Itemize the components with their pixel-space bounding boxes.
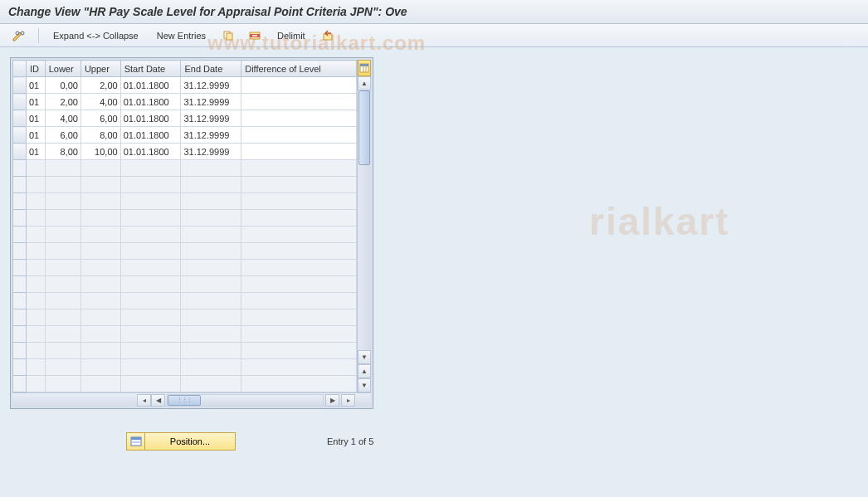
cell-id[interactable]: 01 [26,110,45,127]
table-row-empty[interactable] [13,193,357,210]
row-selector[interactable] [13,160,27,177]
cell-start[interactable]: 01.01.1800 [120,144,181,160]
expand-collapse-button[interactable]: Expand <-> Collapse [46,27,146,44]
cell-empty[interactable] [45,193,80,210]
cell-empty[interactable] [80,376,120,392]
row-selector[interactable] [13,359,27,376]
cell-empty[interactable] [120,326,181,343]
cell-empty[interactable] [181,177,241,193]
cell-empty[interactable] [80,309,120,326]
cell-empty[interactable] [181,160,241,177]
cell-empty[interactable] [241,326,357,343]
new-entries-button[interactable]: New Entries [149,27,213,44]
cell-upper[interactable]: 8,00 [80,127,120,144]
delete-button[interactable] [243,27,266,44]
cell-empty[interactable] [241,210,357,227]
cell-empty[interactable] [241,193,357,210]
cell-empty[interactable] [181,309,241,326]
header-start[interactable]: Start Date [120,61,181,77]
table-row-empty[interactable] [13,376,357,392]
table-row-empty[interactable] [13,227,357,243]
row-selector[interactable] [13,276,27,293]
cell-empty[interactable] [26,326,45,343]
table-settings-button[interactable] [358,60,371,76]
table-row-empty[interactable] [13,359,357,376]
copy-button[interactable] [217,27,240,44]
cell-empty[interactable] [26,193,45,210]
cell-empty[interactable] [181,243,241,260]
cell-empty[interactable] [120,193,181,210]
row-selector[interactable] [13,260,27,276]
cell-empty[interactable] [241,293,357,309]
table-row-empty[interactable] [13,177,357,193]
cell-empty[interactable] [26,309,45,326]
cell-upper[interactable]: 10,00 [80,144,120,160]
table-row-empty[interactable] [13,326,357,343]
cell-empty[interactable] [45,260,80,276]
cell-start[interactable]: 01.01.1800 [120,127,181,144]
hscroll-left-button[interactable]: ◀ [151,394,165,407]
header-upper[interactable]: Upper [80,61,120,77]
cell-empty[interactable] [181,193,241,210]
position-button[interactable]: Position... [144,432,236,451]
header-id[interactable]: ID [26,61,45,77]
cell-empty[interactable] [241,160,357,177]
cell-empty[interactable] [26,293,45,309]
row-selector[interactable] [13,343,27,359]
cell-diff[interactable] [241,94,357,110]
table-row[interactable]: 014,006,0001.01.180031.12.9999 [13,110,357,127]
row-selector[interactable] [13,77,27,94]
cell-empty[interactable] [120,276,181,293]
cell-empty[interactable] [26,227,45,243]
cell-empty[interactable] [181,210,241,227]
row-selector[interactable] [13,293,27,309]
cell-empty[interactable] [80,160,120,177]
cell-id[interactable]: 01 [26,127,45,144]
cell-empty[interactable] [181,293,241,309]
table-row[interactable]: 010,002,0001.01.180031.12.9999 [13,77,357,94]
cell-end[interactable]: 31.12.9999 [181,77,241,94]
scroll-down-button[interactable]: ▼ [358,350,371,364]
cell-start[interactable]: 01.01.1800 [120,77,181,94]
cell-empty[interactable] [45,309,80,326]
cell-diff[interactable] [241,110,357,127]
row-selector[interactable] [13,110,27,127]
cell-empty[interactable] [80,326,120,343]
hscroll-thumb[interactable]: ⋮⋮⋮ [168,395,201,406]
cell-empty[interactable] [241,359,357,376]
row-selector[interactable] [13,309,27,326]
cell-empty[interactable] [80,343,120,359]
cell-empty[interactable] [120,260,181,276]
cell-empty[interactable] [26,210,45,227]
change-display-button[interactable] [7,27,32,44]
hscroll-track[interactable]: ⋮⋮⋮ [167,394,324,407]
hscroll-first-button[interactable]: ◂ [137,394,151,407]
cell-empty[interactable] [26,276,45,293]
scroll-up-button[interactable]: ▲ [358,76,371,90]
cell-empty[interactable] [120,210,181,227]
cell-empty[interactable] [26,260,45,276]
cell-upper[interactable]: 6,00 [80,110,120,127]
cell-start[interactable]: 01.01.1800 [120,94,181,110]
cell-empty[interactable] [80,243,120,260]
cell-empty[interactable] [120,343,181,359]
cell-lower[interactable]: 6,00 [45,127,80,144]
row-selector[interactable] [13,127,27,144]
hscroll-last-button[interactable]: ▸ [341,394,355,407]
cell-empty[interactable] [45,326,80,343]
cell-empty[interactable] [120,309,181,326]
page-up-button[interactable]: ▲ [358,364,371,378]
table-row[interactable]: 016,008,0001.01.180031.12.9999 [13,127,357,144]
cell-empty[interactable] [45,343,80,359]
cell-empty[interactable] [241,309,357,326]
table-row-empty[interactable] [13,243,357,260]
cell-empty[interactable] [120,293,181,309]
table-row-empty[interactable] [13,260,357,276]
row-selector[interactable] [13,243,27,260]
cell-empty[interactable] [80,227,120,243]
cell-empty[interactable] [120,227,181,243]
scroll-thumb[interactable] [358,90,370,165]
cell-empty[interactable] [241,276,357,293]
cell-empty[interactable] [80,260,120,276]
cell-empty[interactable] [45,359,80,376]
